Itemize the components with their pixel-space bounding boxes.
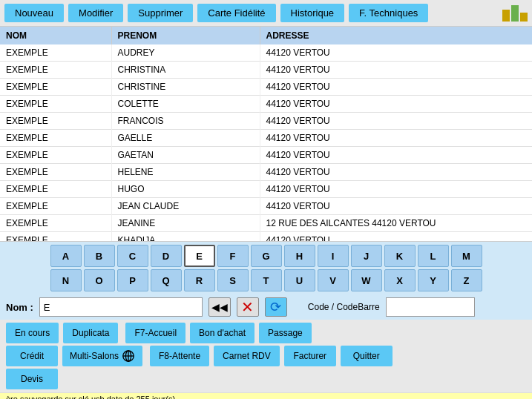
- table-row[interactable]: EXEMPLEKHADIJA44120 VERTOU: [0, 232, 532, 243]
- table-cell: CHRISTINE: [111, 79, 260, 96]
- chart-icon: [502, 5, 528, 22]
- key-k-button[interactable]: K: [384, 245, 416, 267]
- search-row: Nom : ◀◀ ✕ ⟳ Code / CodeBarre: [0, 294, 532, 320]
- bottom-area: En cours Duplicata F7-Accueil Bon d'acha…: [0, 320, 532, 392]
- code-label: Code / CodeBarre: [308, 302, 380, 312]
- key-s-button[interactable]: S: [217, 269, 249, 291]
- carnet-rdv-button[interactable]: Carnet RDV: [214, 346, 280, 366]
- table-row[interactable]: EXEMPLECHRISTINA44120 VERTOU: [0, 62, 532, 79]
- table-cell: EXEMPLE: [0, 181, 111, 198]
- passage-button[interactable]: Passage: [259, 323, 312, 343]
- nouveau-button[interactable]: Nouveau: [4, 4, 64, 22]
- col-header-nom: NOM: [0, 27, 111, 44]
- search-input[interactable]: [39, 297, 203, 317]
- table-cell: GAETAN: [111, 147, 260, 164]
- key-w-button[interactable]: W: [351, 269, 382, 291]
- key-x-button[interactable]: X: [384, 269, 416, 291]
- table-row[interactable]: EXEMPLEJEANINE12 RUE DES AILCANTES 44120…: [0, 215, 532, 232]
- key-t-button[interactable]: T: [251, 269, 282, 291]
- col-header-prenom: PRENOM: [111, 27, 260, 44]
- table-cell: EXEMPLE: [0, 62, 111, 79]
- nav-cancel-button[interactable]: ✕: [237, 297, 259, 317]
- table-cell: 44120 VERTOU: [260, 79, 532, 96]
- credit-button[interactable]: Crédit: [6, 346, 58, 366]
- facturer-button[interactable]: Facturer: [284, 346, 336, 366]
- table-row[interactable]: EXEMPLEHELENE44120 VERTOU: [0, 164, 532, 181]
- key-z-button[interactable]: Z: [451, 269, 482, 291]
- table-cell: GAELLE: [111, 130, 260, 147]
- key-j-button[interactable]: J: [351, 245, 382, 267]
- key-c-button[interactable]: C: [117, 245, 148, 267]
- multi-salons-label: Multi-Salons: [70, 351, 119, 361]
- table-cell: EXEMPLE: [0, 130, 111, 147]
- key-b-button[interactable]: B: [84, 245, 115, 267]
- table-cell: EXEMPLE: [0, 198, 111, 215]
- table-cell: HUGO: [111, 181, 260, 198]
- col-header-adresse: ADRESSE: [260, 27, 532, 44]
- en-cours-button[interactable]: En cours: [6, 323, 59, 343]
- table-cell: HELENE: [111, 164, 260, 181]
- code-barcode-input[interactable]: [386, 297, 475, 317]
- multi-salons-button[interactable]: Multi-Salons: [62, 346, 142, 366]
- f7-accueil-button[interactable]: F7-Accueil: [125, 323, 185, 343]
- table-cell: EXEMPLE: [0, 113, 111, 130]
- devis-button[interactable]: Devis: [6, 369, 58, 389]
- quitter-button[interactable]: Quitter: [341, 346, 393, 366]
- table-cell: AUDREY: [111, 44, 260, 62]
- table-cell: 12 RUE DES AILCANTES 44120 VERTOU: [260, 215, 532, 232]
- key-i-button[interactable]: I: [318, 245, 349, 267]
- nav-first-button[interactable]: ◀◀: [208, 297, 231, 317]
- key-h-button[interactable]: H: [284, 245, 315, 267]
- key-f-button[interactable]: F: [217, 245, 249, 267]
- modifier-button[interactable]: Modifier: [68, 4, 123, 22]
- table-cell: JEANINE: [111, 215, 260, 232]
- key-g-button[interactable]: G: [251, 245, 282, 267]
- table-cell: 44120 VERTOU: [260, 164, 532, 181]
- table-row[interactable]: EXEMPLEAUDREY44120 VERTOU: [0, 44, 532, 62]
- bon-dachat-button[interactable]: Bon d'achat: [190, 323, 254, 343]
- key-r-button[interactable]: R: [184, 269, 215, 291]
- nav-refresh-button[interactable]: ⟳: [265, 297, 287, 317]
- client-table: NOM PRENOM ADRESSE EXEMPLEAUDREY44120 VE…: [0, 27, 532, 242]
- table-row[interactable]: EXEMPLEHUGO44120 VERTOU: [0, 181, 532, 198]
- top-toolbar: Nouveau Modifier Supprimer Carte Fidélit…: [0, 0, 532, 27]
- table-row[interactable]: EXEMPLEFRANCOIS44120 VERTOU: [0, 113, 532, 130]
- key-o-button[interactable]: O: [84, 269, 115, 291]
- key-d-button[interactable]: D: [151, 245, 182, 267]
- table-cell: 44120 VERTOU: [260, 198, 532, 215]
- table-row[interactable]: EXEMPLEGAELLE44120 VERTOU: [0, 130, 532, 147]
- key-u-button[interactable]: U: [284, 269, 315, 291]
- table-row[interactable]: EXEMPLEGAETAN44120 VERTOU: [0, 147, 532, 164]
- key-l-button[interactable]: L: [418, 245, 449, 267]
- table-cell: 44120 VERTOU: [260, 232, 532, 243]
- key-n-button[interactable]: N: [50, 269, 82, 291]
- table-cell: COLETTE: [111, 96, 260, 113]
- key-q-button[interactable]: Q: [151, 269, 182, 291]
- table-cell: CHRISTINA: [111, 62, 260, 79]
- table-cell: EXEMPLE: [0, 96, 111, 113]
- keyboard-area: ABCDEFGHIJKLM NOPQRSTUVWXYZ: [0, 242, 532, 294]
- key-a-button[interactable]: A: [50, 245, 82, 267]
- key-y-button[interactable]: Y: [418, 269, 449, 291]
- supprimer-button[interactable]: Supprimer: [128, 4, 193, 22]
- table-row[interactable]: EXEMPLECOLETTE44120 VERTOU: [0, 96, 532, 113]
- table-cell: 44120 VERTOU: [260, 44, 532, 62]
- carte-fidelite-button[interactable]: Carte Fidélité: [197, 4, 275, 22]
- historique-button[interactable]: Historique: [280, 4, 345, 22]
- key-v-button[interactable]: V: [318, 269, 349, 291]
- table-cell: 44120 VERTOU: [260, 96, 532, 113]
- duplicata-button[interactable]: Duplicata: [63, 323, 118, 343]
- table-cell: 44120 VERTOU: [260, 181, 532, 198]
- search-label: Nom :: [6, 302, 33, 313]
- bottom-row-1: En cours Duplicata F7-Accueil Bon d'acha…: [6, 323, 526, 343]
- table-row[interactable]: EXEMPLEJEAN CLAUDE44120 VERTOU: [0, 198, 532, 215]
- keyboard-row-2: NOPQRSTUVWXYZ: [4, 269, 528, 291]
- key-p-button[interactable]: P: [117, 269, 148, 291]
- table-cell: EXEMPLE: [0, 44, 111, 62]
- key-m-button[interactable]: M: [451, 245, 482, 267]
- table-row[interactable]: EXEMPLECHRISTINE44120 VERTOU: [0, 79, 532, 96]
- f-techniques-button[interactable]: F. Techniques: [349, 4, 428, 22]
- key-e-button[interactable]: E: [184, 245, 215, 267]
- keyboard-row-1: ABCDEFGHIJKLM: [4, 245, 528, 267]
- f8-attente-button[interactable]: F8-Attente: [150, 346, 209, 366]
